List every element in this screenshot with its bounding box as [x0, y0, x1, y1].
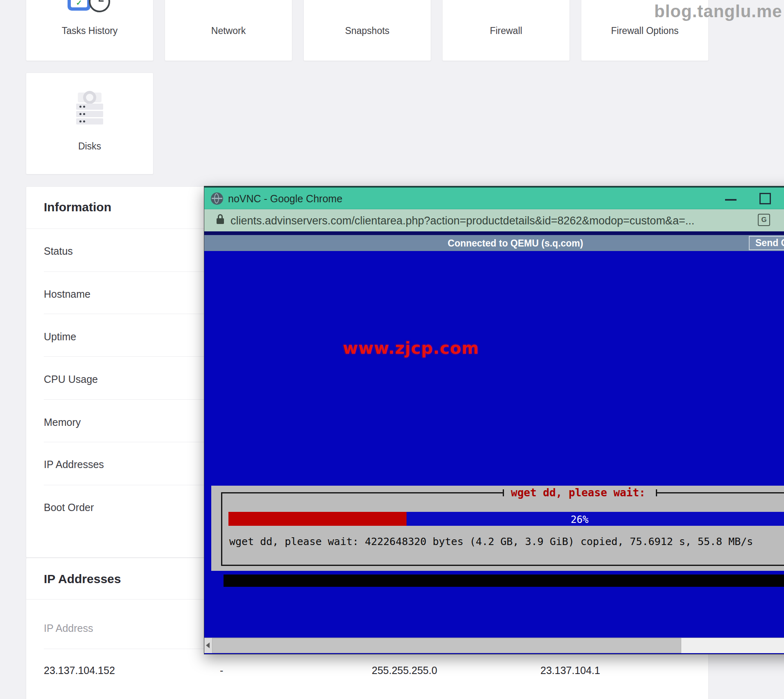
minimize-button[interactable] — [725, 199, 737, 201]
card-tasks-history[interactable]: ✓ Tasks History — [26, 0, 154, 61]
column-header-ip-address: IP Address — [44, 622, 93, 634]
ip-cell-gateway: 23.137.104.1 — [540, 665, 600, 676]
info-row-boot-order: Boot Order — [44, 502, 94, 513]
horizontal-scrollbar[interactable] — [204, 638, 784, 653]
globe-icon — [211, 192, 223, 205]
card-label: Firewall — [443, 25, 569, 36]
card-network[interactable]: Network — [165, 0, 292, 61]
console-watermark: www.zjcp.com — [343, 339, 479, 357]
panel-title: Information — [44, 200, 111, 214]
wget-progress-dialog: wget dd, please wait: 26% wget dd, pleas… — [211, 486, 784, 571]
dialog-border — [221, 565, 784, 566]
clock-icon — [89, 0, 110, 12]
card-disks[interactable]: Disks — [26, 72, 154, 174]
progress-message: wget dd, please wait: 4222648320 bytes (… — [229, 536, 753, 547]
scrollbar-thumb[interactable] — [212, 638, 681, 653]
card-label: Network — [165, 25, 292, 36]
dialog-border — [503, 489, 504, 496]
card-firewall[interactable]: Firewall — [442, 0, 570, 61]
card-label: Firewall Options — [581, 25, 708, 36]
dialog-border — [221, 492, 222, 566]
address-bar[interactable]: clients.advinservers.com/clientarea.php?… — [204, 209, 784, 231]
card-label: Snapshots — [304, 25, 431, 36]
info-row-memory: Memory — [44, 416, 81, 428]
window-title: noVNC - Google Chrome — [228, 193, 342, 205]
translate-icon[interactable]: G — [758, 214, 770, 226]
site-watermark: blog.tanglu.me — [654, 2, 782, 21]
ip-cell-netmask: 255.255.255.0 — [372, 665, 437, 676]
info-row-uptime: Uptime — [44, 331, 76, 342]
novnc-window: noVNC - Google Chrome clients.advinserve… — [204, 186, 784, 654]
progress-bar-fill — [228, 512, 407, 526]
dialog-shadow — [224, 575, 784, 587]
info-row-ip-addresses: IP Addresses — [44, 459, 104, 470]
card-label: Disks — [26, 141, 153, 152]
scroll-left-arrow[interactable] — [204, 638, 212, 653]
ip-cell-col2: - — [220, 665, 223, 676]
maximize-button[interactable] — [759, 193, 771, 204]
dialog-border — [657, 492, 784, 493]
dialog-title: wget dd, please wait: — [511, 486, 646, 499]
disks-icon — [75, 93, 104, 124]
info-row-hostname: Hostname — [44, 288, 90, 300]
progress-percent: 26% — [571, 514, 588, 525]
page: ✓ Tasks History Network Snapshots Firewa… — [0, 0, 784, 699]
card-snapshots[interactable]: Snapshots — [303, 0, 431, 61]
panel-title: IP Addresses — [44, 572, 121, 586]
progress-bar: 26% — [228, 512, 784, 526]
url-text[interactable]: clients.advinservers.com/clientarea.php?… — [230, 215, 750, 227]
ip-cell-address: 23.137.104.152 — [44, 665, 115, 676]
info-row-status: Status — [44, 245, 73, 257]
lock-icon — [217, 214, 225, 226]
page-background-strip — [204, 231, 784, 235]
vnc-console-screen[interactable]: www.zjcp.com wget dd, please wait: 26% w… — [204, 251, 784, 638]
vnc-status-bar: Connected to QEMU (s.q.com) Send C — [204, 235, 784, 251]
card-label: Tasks History — [26, 25, 153, 36]
connection-status: Connected to QEMU (s.q.com) — [204, 238, 784, 249]
window-titlebar[interactable]: noVNC - Google Chrome — [204, 186, 784, 209]
tasks-history-icon: ✓ — [68, 0, 90, 11]
info-row-cpu-usage: CPU Usage — [44, 373, 98, 385]
dialog-border — [221, 492, 503, 493]
send-ctrlaltdel-button[interactable]: Send C — [749, 236, 784, 250]
